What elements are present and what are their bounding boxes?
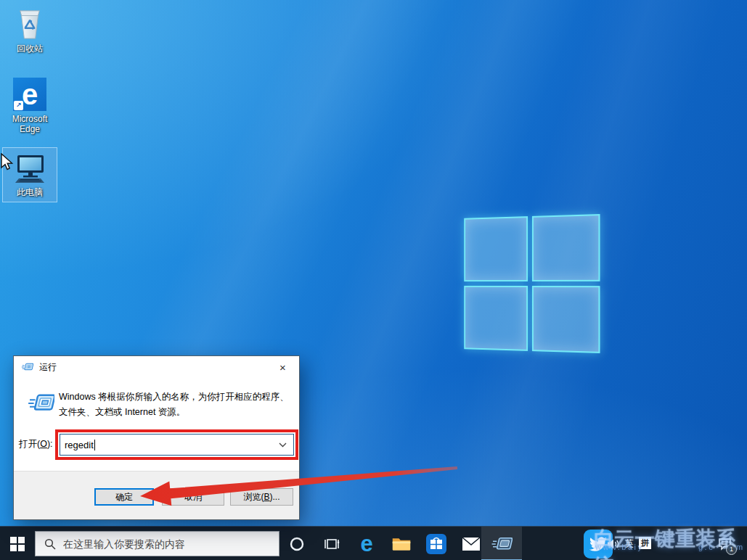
ok-button[interactable]: 确定 bbox=[94, 488, 154, 506]
taskbar-search[interactable] bbox=[35, 531, 279, 556]
task-view-button[interactable] bbox=[314, 527, 349, 560]
shortcut-arrow-icon: ↗ bbox=[14, 101, 23, 110]
edge-icon: e bbox=[360, 532, 372, 555]
ime-language-indicator[interactable]: 英 bbox=[625, 538, 634, 550]
start-button[interactable] bbox=[0, 527, 35, 560]
notification-badge: 1 bbox=[726, 544, 737, 555]
close-icon[interactable]: × bbox=[266, 356, 299, 378]
cortana-icon bbox=[289, 536, 305, 552]
search-input[interactable] bbox=[63, 538, 266, 550]
edge-taskbar-button[interactable]: e bbox=[349, 527, 384, 560]
run-dialog-footer: 确定 取消 浏览(B)... bbox=[14, 471, 299, 519]
run-dialog-titlebar[interactable]: 运行 × bbox=[14, 356, 299, 378]
run-taskbar-button[interactable] bbox=[481, 527, 522, 560]
recycle-bin-icon bbox=[3, 6, 57, 41]
run-description: Windows 将根据你所输入的名称，为你打开相应的程序、 文件夹、文档或 In… bbox=[59, 390, 293, 420]
this-pc-label: 此电脑 bbox=[3, 187, 57, 197]
store-button[interactable] bbox=[419, 527, 454, 560]
chevron-down-icon[interactable] bbox=[274, 435, 290, 455]
action-center-button[interactable] bbox=[712, 527, 737, 560]
browse-button[interactable]: 浏览(B)... bbox=[230, 488, 293, 506]
desktop-icon-microsoft-edge[interactable]: e ↗ Microsoft Edge bbox=[3, 75, 57, 134]
open-label: 打开(O): bbox=[19, 438, 53, 450]
store-icon bbox=[425, 533, 447, 555]
windows-logo bbox=[464, 214, 600, 353]
search-icon bbox=[44, 538, 56, 550]
task-view-icon bbox=[324, 536, 340, 552]
file-explorer-button[interactable] bbox=[384, 527, 419, 560]
run-input[interactable]: regedit bbox=[60, 434, 294, 456]
desktop-icon-recycle-bin[interactable]: 回收站 bbox=[3, 4, 57, 54]
edge-icon: e ↗ bbox=[3, 76, 57, 111]
file-explorer-icon bbox=[391, 535, 412, 553]
taskbar: e bbox=[0, 526, 747, 560]
cancel-button[interactable]: 取消 bbox=[162, 488, 224, 506]
run-dialog-title: 运行 bbox=[39, 361, 57, 374]
run-taskbar-icon bbox=[491, 535, 513, 553]
run-input-value: regedit bbox=[65, 440, 94, 450]
volume-button[interactable] bbox=[604, 527, 623, 560]
mail-icon bbox=[462, 537, 481, 551]
recycle-bin-label: 回收站 bbox=[3, 44, 57, 54]
run-body-icon bbox=[27, 392, 54, 416]
volume-icon bbox=[607, 538, 620, 550]
desktop: 回收站 e ↗ Microsoft Edge bbox=[0, 0, 747, 560]
run-dialog: 运行 × Windows 将根据你所输入的名称，为你打开相应的程序、 文件夹、文… bbox=[13, 355, 300, 520]
mouse-cursor bbox=[0, 153, 15, 172]
text-caret bbox=[94, 440, 95, 450]
cortana-button[interactable] bbox=[279, 527, 314, 560]
windows-start-icon bbox=[10, 537, 25, 551]
edge-label: Microsoft Edge bbox=[3, 114, 57, 134]
run-dialog-icon bbox=[21, 362, 33, 372]
ime-pinyin-indicator[interactable]: 拼 bbox=[639, 537, 651, 549]
